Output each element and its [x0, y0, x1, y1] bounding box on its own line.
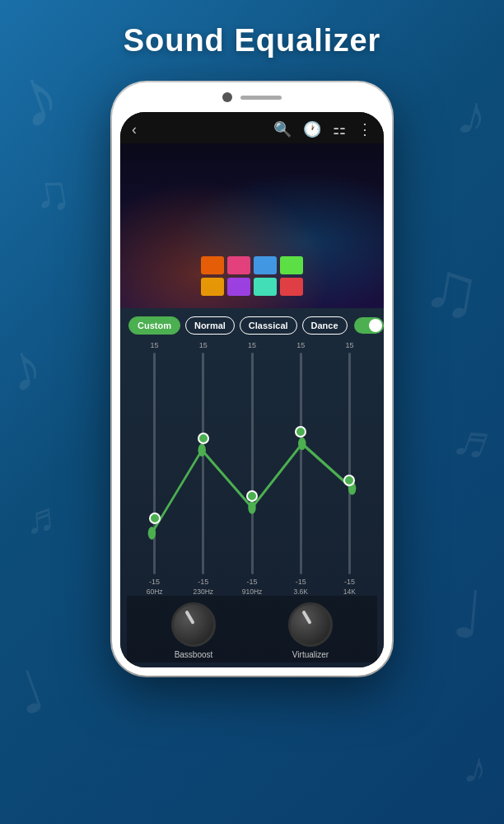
eq-max-230hz: 15 — [199, 341, 208, 349]
virtualizer-knob[interactable] — [288, 602, 333, 647]
eq-channel-14k: 15 -15 14K — [325, 341, 374, 596]
music-image — [120, 143, 384, 308]
eq-max-910hz: 15 — [248, 341, 256, 349]
eq-sliders: 15 -15 60Hz 15 — [127, 341, 377, 596]
eq-track-14k[interactable] — [348, 353, 351, 574]
dj-pad-5[interactable] — [201, 278, 224, 296]
eq-channel-3k6: 15 -15 3.6K — [277, 341, 325, 596]
eq-channel-60hz: 15 -15 60Hz — [130, 341, 179, 596]
eq-freq-60hz: 60Hz — [147, 588, 163, 596]
eq-channel-910hz: 15 -15 910Hz — [227, 341, 276, 596]
app-content: ‹ 🔍 🕐 ⚏ ⋮ — [120, 112, 384, 667]
eq-freq-910hz: 910Hz — [242, 588, 263, 596]
dj-pad-8[interactable] — [280, 278, 303, 296]
eq-thumb-3k6[interactable] — [295, 426, 306, 438]
dj-pad-2[interactable] — [227, 256, 250, 274]
phone-top-bar — [222, 92, 282, 102]
page-title: Sound Equalizer — [0, 23, 504, 59]
bassboost-knob[interactable] — [171, 602, 216, 647]
eq-freq-3k6: 3.6K — [293, 588, 308, 596]
phone-speaker — [240, 96, 282, 100]
dj-pads — [201, 256, 303, 296]
preset-dance[interactable]: Dance — [302, 316, 348, 335]
eq-track-60hz[interactable] — [153, 353, 156, 574]
back-icon[interactable]: ‹ — [132, 121, 137, 138]
eq-thumb-60hz[interactable] — [149, 513, 161, 524]
eq-min-910hz: -15 — [247, 578, 258, 586]
dj-pad-6[interactable] — [227, 278, 250, 296]
dj-pad-4[interactable] — [280, 256, 303, 274]
eq-max-3k6: 15 — [296, 341, 305, 349]
eq-thumb-230hz[interactable] — [198, 433, 209, 444]
eq-max-60hz: 15 — [151, 341, 159, 349]
phone-screen: ‹ 🔍 🕐 ⚏ ⋮ — [120, 112, 384, 667]
virtualizer-label: Virtualizer — [292, 650, 329, 659]
preset-row: Custom Normal Classical Dance — [127, 316, 377, 335]
eq-channel-230hz: 15 -15 230Hz — [179, 341, 227, 596]
eq-freq-230hz: 230Hz — [194, 588, 214, 596]
eq-track-3k6[interactable] — [300, 353, 302, 574]
eq-track-230hz[interactable] — [202, 353, 204, 574]
eq-toggle[interactable] — [354, 317, 384, 334]
eq-max-14k: 15 — [345, 341, 353, 349]
dj-pad-1[interactable] — [201, 256, 224, 274]
dj-pad-7[interactable] — [254, 278, 277, 296]
preset-normal[interactable]: Normal — [185, 316, 235, 335]
eq-thumb-14k[interactable] — [343, 475, 355, 486]
phone-camera — [222, 92, 232, 102]
preset-custom[interactable]: Custom — [128, 316, 180, 335]
eq-thumb-910hz[interactable] — [246, 490, 258, 502]
eq-freq-14k: 14K — [343, 588, 356, 596]
eq-min-14k: -15 — [344, 578, 355, 586]
knob-group-virtualizer: Virtualizer — [288, 602, 333, 659]
bassboost-label: Bassboost — [175, 650, 213, 659]
knob-group-bassboost: Bassboost — [171, 602, 216, 659]
eq-min-60hz: -15 — [149, 578, 160, 586]
eq-section: Custom Normal Classical Dance — [120, 308, 384, 667]
search-icon[interactable]: 🔍 — [273, 120, 292, 138]
phone-mockup: ‹ 🔍 🕐 ⚏ ⋮ — [112, 82, 392, 676]
eq-min-3k6: -15 — [296, 578, 306, 586]
more-icon[interactable]: ⋮ — [357, 120, 372, 138]
dj-pad-3[interactable] — [254, 256, 277, 274]
mixer-icon[interactable]: ⚏ — [333, 120, 346, 138]
eq-track-910hz[interactable] — [251, 353, 254, 574]
preset-classical[interactable]: Classical — [240, 316, 297, 335]
app-topbar: ‹ 🔍 🕐 ⚏ ⋮ — [120, 112, 384, 143]
history-icon[interactable]: 🕐 — [303, 120, 321, 138]
knobs-row: Bassboost Virtualizer — [127, 596, 377, 662]
eq-min-230hz: -15 — [198, 578, 208, 586]
